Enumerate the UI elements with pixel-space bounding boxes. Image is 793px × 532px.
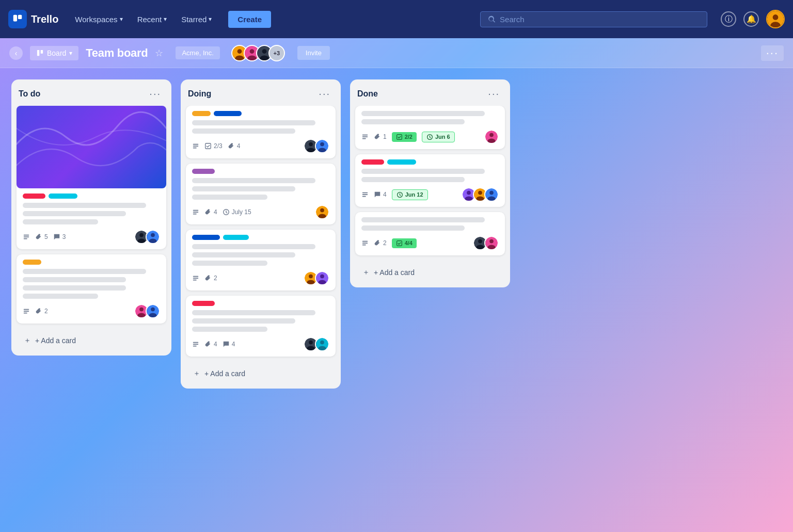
svg-rect-46 [193,214,197,215]
label-yellow [23,260,41,265]
nav-recent[interactable]: Recent ▾ [131,12,173,27]
member-count-badge[interactable]: +3 [268,45,285,61]
create-button[interactable]: Create [228,11,271,28]
card-text-line [192,186,295,191]
card-done-3[interactable]: 2 4/4 [355,212,505,255]
svg-point-55 [309,275,313,279]
svg-rect-17 [24,236,29,237]
card-doing-3[interactable]: 2 [186,230,336,291]
column-done-menu-button[interactable]: ··· [485,87,503,101]
card-todo-2[interactable]: 2 [17,254,166,324]
card-avatar[interactable] [315,337,329,351]
add-card-button-done[interactable]: ＋ + Add a card [355,263,505,282]
checklist-badge: 2/2 [392,132,417,142]
card-member-avatars [462,187,499,202]
svg-rect-36 [193,148,197,149]
svg-rect-53 [193,280,197,281]
nav-menu: Workspaces ▾ Recent ▾ Starred ▾ [69,12,218,27]
card-text-line [361,119,465,124]
svg-rect-92 [362,245,366,246]
svg-rect-79 [362,196,366,197]
add-card-button-todo[interactable]: ＋ + Add a card [17,331,166,350]
svg-rect-44 [193,210,199,211]
svg-rect-16 [24,235,29,236]
svg-rect-77 [362,192,368,194]
info-icon[interactable]: ⓘ [721,11,736,27]
card-doing-2[interactable]: 4 July 15 [186,164,336,224]
more-options-button[interactable]: ··· [761,45,784,61]
card-text-line [361,177,465,182]
member-avatars: +3 [231,45,285,61]
svg-rect-72 [396,134,402,139]
workspace-chip[interactable]: Acme, Inc. [176,46,219,59]
nav-workspaces[interactable]: Workspaces ▾ [69,12,129,27]
invite-button[interactable]: Invite [297,46,330,60]
nav-icons: ⓘ 🔔 [721,10,785,28]
add-card-button-doing[interactable]: ＋ + Add a card [186,364,336,383]
label-pink [361,159,384,165]
star-button[interactable]: ☆ [155,47,163,59]
board-view-button[interactable]: Board ▾ [30,46,78,60]
card-doing-4[interactable]: 4 4 [186,296,336,357]
svg-point-49 [320,208,324,213]
card-cover [17,106,166,188]
card-todo-1[interactable]: 5 3 [17,106,166,249]
trello-logo[interactable]: Trello [8,10,58,28]
card-avatar[interactable] [484,187,499,202]
svg-point-3 [773,14,779,20]
card-comments: 4 [223,341,235,348]
svg-point-29 [139,308,144,312]
card-avatar[interactable] [146,304,160,318]
column-doing-menu-button[interactable]: ··· [315,87,334,101]
card-labels [23,194,160,199]
user-avatar-img [767,11,784,27]
svg-rect-62 [193,346,197,347]
svg-point-39 [309,142,313,147]
search-bar[interactable] [480,11,707,27]
card-description-icon [192,208,199,216]
card-footer: 4 4 [192,337,329,351]
svg-rect-26 [24,311,29,312]
column-done-header: Done ··· [350,79,510,106]
svg-rect-51 [193,276,199,277]
card-labels [192,235,329,240]
nav-starred[interactable]: Starred ▾ [175,12,218,27]
card-checklist: 2/3 [204,142,223,150]
board-area: To do ··· [0,68,793,532]
label-blue [192,235,220,240]
svg-point-82 [467,191,471,195]
column-done-cards: 1 2/2 Jun 6 [350,106,510,261]
card-member-avatars [304,139,329,153]
svg-rect-60 [193,342,199,343]
svg-rect-18 [24,238,27,239]
label-cyan [223,235,249,240]
label-pink [23,194,45,199]
card-avatar[interactable] [484,236,499,250]
card-avatar[interactable] [315,139,329,153]
card-attachments: 1 [374,133,387,140]
column-todo: To do ··· [11,79,171,356]
card-avatar[interactable] [315,205,329,219]
card-done-1[interactable]: 1 2/2 Jun 6 [355,106,505,149]
card-avatar[interactable] [315,271,329,285]
card-done-2[interactable]: 4 Jun 12 [355,154,505,207]
toggle-sidebar-button[interactable]: ‹ [9,46,23,60]
card-text-line [192,327,267,332]
svg-rect-35 [193,146,199,147]
card-cover-image [17,106,166,188]
card-avatar[interactable] [484,130,499,144]
svg-point-95 [478,239,482,244]
card-doing-1[interactable]: 2/3 4 [186,106,336,158]
card-description-icon [361,133,369,140]
user-avatar[interactable] [766,10,785,28]
search-input[interactable] [500,15,700,24]
svg-point-67 [320,341,324,345]
card-attachments: 4 [228,142,241,150]
notification-icon[interactable]: 🔔 [743,11,759,27]
chevron-down-icon: ▾ [164,15,167,23]
card-comments: 4 [374,191,387,198]
svg-point-32 [151,308,155,312]
svg-rect-78 [362,194,368,195]
card-avatar[interactable] [146,230,160,244]
column-todo-menu-button[interactable]: ··· [146,87,164,101]
